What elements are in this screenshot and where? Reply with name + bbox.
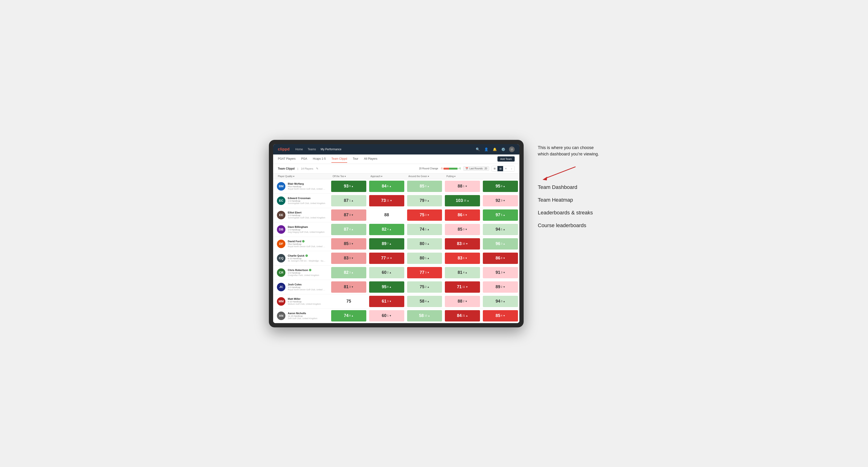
- user-icon[interactable]: 👤: [484, 147, 489, 152]
- player-name[interactable]: Dave Billingham: [288, 225, 308, 228]
- score-box[interactable]: 866 ▼: [445, 210, 480, 221]
- tab-hcaps[interactable]: Hcaps 1-5: [313, 157, 326, 163]
- score-box[interactable]: 10315 ▲: [445, 195, 480, 206]
- table-view-button[interactable]: ▤: [497, 166, 503, 171]
- tab-team-clippd[interactable]: Team Clippd: [331, 157, 347, 163]
- score-box[interactable]: 941 ▲: [483, 224, 518, 235]
- score-box[interactable]: 813 ▼: [331, 281, 366, 293]
- score-box[interactable]: 75: [331, 296, 366, 307]
- grid-view-button[interactable]: ⊞: [492, 166, 497, 171]
- menu-item-2[interactable]: Leaderboards & streaks: [538, 210, 599, 216]
- table-row[interactable]: ANAaron Nicholls11-15 HandicapDrift Golf…: [273, 309, 519, 323]
- table-row[interactable]: JCJosh Coles1-5 HandicapRoyal North Devo…: [273, 280, 519, 294]
- score-box[interactable]: 913 ▼: [483, 267, 518, 278]
- score-box[interactable]: 873 ▼: [331, 210, 366, 221]
- player-name[interactable]: Josh Coles: [288, 283, 302, 286]
- add-team-button[interactable]: Add Team: [497, 156, 515, 161]
- score-box[interactable]: 846 ▲: [369, 181, 404, 192]
- score-box[interactable]: 881 ▼: [445, 181, 480, 192]
- score-box[interactable]: 823 ▲: [331, 267, 366, 278]
- score-box[interactable]: 824 ▲: [369, 224, 404, 235]
- table-row[interactable]: EEElliot Ebert1-5 HandicapSunningdale Go…: [273, 208, 519, 222]
- score-box[interactable]: 858 ▲: [407, 181, 442, 192]
- score-box[interactable]: 854 ▼: [483, 310, 518, 321]
- bell-icon[interactable]: 🔔: [492, 147, 497, 152]
- table-row[interactable]: CQCharlie Quick✓6-10 HandicapSt. George'…: [273, 251, 519, 266]
- menu-item-0[interactable]: Team Dashboard: [538, 184, 599, 190]
- player-name[interactable]: Charlie Quick: [288, 254, 305, 257]
- score-box[interactable]: 959 ▲: [483, 181, 518, 192]
- score-sub: 9 ▲: [349, 185, 353, 187]
- score-box[interactable]: 7111 ▼: [445, 281, 480, 293]
- score-box[interactable]: 741 ▲: [407, 224, 442, 235]
- tab-all-players[interactable]: All Players: [364, 157, 377, 163]
- score-box[interactable]: 752 ▲: [407, 281, 442, 293]
- score-box[interactable]: 882 ▼: [445, 296, 480, 307]
- score-box[interactable]: 7311 ▼: [369, 195, 404, 206]
- download-button[interactable]: ↓: [509, 166, 515, 171]
- player-cell: ANAaron Nicholls11-15 HandicapDrift Golf…: [273, 310, 330, 322]
- table-row[interactable]: ECEdward Crossman1-5 HandicapSunningdale…: [273, 194, 519, 208]
- table-row[interactable]: DBDave Billingham1-5 HandicapGog Magog G…: [273, 222, 519, 237]
- score-box[interactable]: 584 ▲: [407, 296, 442, 307]
- score-box[interactable]: 923 ▼: [483, 195, 518, 206]
- nav-teams[interactable]: Teams: [308, 147, 316, 152]
- list-view-button[interactable]: ≡: [503, 166, 509, 171]
- player-name[interactable]: Elliot Ebert: [288, 211, 302, 214]
- table-row[interactable]: CRChris Robertson✓1-5 HandicapCraigmilla…: [273, 266, 519, 280]
- nav-home[interactable]: Home: [295, 147, 303, 152]
- score-box[interactable]: 7714 ▼: [369, 253, 404, 264]
- settings-icon[interactable]: ⚙️: [500, 147, 506, 152]
- score-box[interactable]: 836 ▼: [445, 253, 480, 264]
- search-icon[interactable]: 🔍: [475, 147, 480, 152]
- edit-icon[interactable]: ✎: [316, 167, 318, 170]
- score-box[interactable]: 773 ▼: [407, 267, 442, 278]
- menu-item-1[interactable]: Team Heatmap: [538, 197, 599, 203]
- score-box[interactable]: 602 ▲: [369, 267, 404, 278]
- player-name[interactable]: David Ford: [288, 240, 301, 243]
- score-box[interactable]: 975 ▲: [483, 210, 518, 221]
- table-row[interactable]: MMMatt Miller6-10 HandicapWoburn Golf Cl…: [273, 294, 519, 309]
- score-box[interactable]: 5810 ▲: [407, 310, 442, 321]
- score-box[interactable]: 892 ▼: [483, 281, 518, 293]
- score-box[interactable]: 799 ▲: [407, 195, 442, 206]
- score-box[interactable]: 939 ▲: [331, 181, 366, 192]
- score-box[interactable]: 853 ▼: [331, 238, 366, 250]
- score-sub: 3 ▼: [463, 228, 467, 231]
- score-cell: 833 ▼: [330, 251, 368, 266]
- score-box[interactable]: 868 ▼: [483, 253, 518, 264]
- score-box[interactable]: 814 ▲: [445, 267, 480, 278]
- player-name[interactable]: Matt Miller: [288, 298, 301, 300]
- score-box[interactable]: 613 ▼: [369, 296, 404, 307]
- score-box[interactable]: 871 ▲: [331, 195, 366, 206]
- score-box[interactable]: 753 ▼: [407, 210, 442, 221]
- score-box[interactable]: 897 ▲: [369, 238, 404, 250]
- table-row[interactable]: DFDavid Ford✓Plus HandicapRoyal North De…: [273, 237, 519, 251]
- score-box[interactable]: 803 ▲: [407, 238, 442, 250]
- avatar[interactable]: U: [509, 147, 515, 152]
- score-box[interactable]: 874 ▲: [331, 224, 366, 235]
- table-row[interactable]: BMBlair McHargPlus HandicapRoyal North D…: [273, 179, 519, 194]
- score-box[interactable]: 943 ▲: [483, 296, 518, 307]
- score-box[interactable]: 963 ▲: [483, 238, 518, 250]
- score-box[interactable]: 853 ▼: [445, 224, 480, 235]
- player-name[interactable]: Chris Robertson: [288, 269, 308, 272]
- player-name[interactable]: Blair McHarg: [288, 182, 304, 185]
- score-box[interactable]: 833 ▼: [331, 253, 366, 264]
- player-name[interactable]: Aaron Nicholls: [288, 312, 306, 315]
- tab-tour[interactable]: Tour: [353, 157, 358, 163]
- tab-pgat-players[interactable]: PGAT Players: [278, 157, 296, 163]
- score-box[interactable]: 8310 ▼: [445, 238, 480, 250]
- score-box[interactable]: 8421 ▲: [445, 310, 480, 321]
- tab-pga[interactable]: PGA: [301, 157, 307, 163]
- player-name[interactable]: Edward Crossman: [288, 197, 311, 199]
- score-box[interactable]: 958 ▲: [369, 281, 404, 293]
- nav-my-performance[interactable]: My Performance: [320, 147, 341, 152]
- menu-item-3[interactable]: Course leaderboards: [538, 222, 599, 228]
- score-box[interactable]: 801 ▲: [407, 253, 442, 264]
- score-box[interactable]: 88: [369, 210, 404, 221]
- score-sub: 3 ▲: [501, 243, 505, 245]
- score-box[interactable]: 748 ▲: [331, 310, 366, 321]
- last-rounds-button[interactable]: 📅 Last Rounds: 20: [463, 166, 489, 171]
- score-box[interactable]: 601 ▼: [369, 310, 404, 321]
